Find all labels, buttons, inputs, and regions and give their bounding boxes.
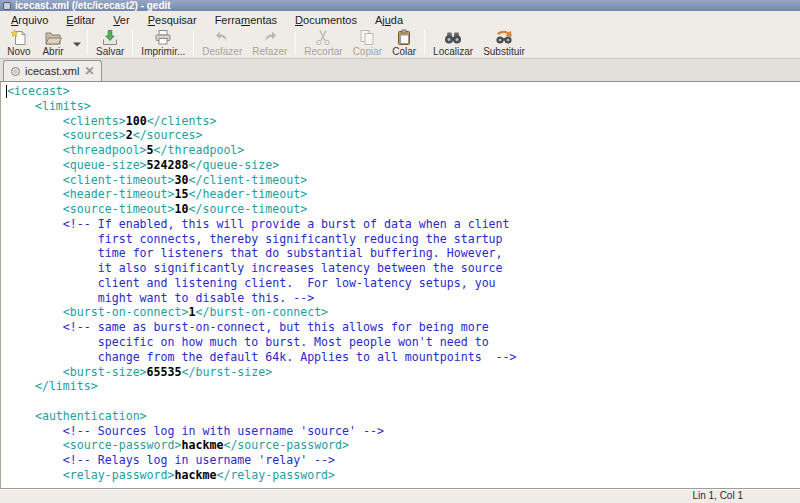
toolbar-separator xyxy=(87,30,88,55)
code-line: <sources>2</sources> xyxy=(7,128,800,143)
toolbar-separator xyxy=(132,30,133,55)
code-line xyxy=(7,394,800,409)
code-line: <source-timeout>10</source-timeout> xyxy=(7,202,800,217)
cut-button[interactable]: Recortar xyxy=(299,29,347,57)
window-title: icecast.xml (/etc/icecast2) - gedit xyxy=(15,1,171,11)
code-line: <relay-password>hackme</relay-password> xyxy=(7,468,800,483)
undo-button[interactable]: Desfazer xyxy=(197,29,247,57)
text-cursor xyxy=(6,85,7,98)
menu-ferramentas[interactable]: Ferramentas xyxy=(206,13,286,27)
open-button[interactable]: Abrir xyxy=(36,29,70,57)
new-label: Novo xyxy=(7,46,30,57)
redo-label: Refazer xyxy=(252,46,287,57)
undo-label: Desfazer xyxy=(202,46,242,57)
save-icon xyxy=(101,29,119,46)
replace-label: Substituir xyxy=(483,46,525,57)
replace-button[interactable]: Substituir xyxy=(478,29,530,57)
menubar: ArquivoEditarVerPesquisarFerramentasDocu… xyxy=(0,11,800,28)
code-line: <!-- If enabled, this will provide a bur… xyxy=(7,217,800,232)
code-line: client and listening client. For low-lat… xyxy=(7,276,800,291)
code-line: <icecast> xyxy=(7,84,800,99)
open-label: Abrir xyxy=(42,46,63,57)
code-line: </limits> xyxy=(7,379,800,394)
open-dropdown-button[interactable] xyxy=(70,29,84,55)
cut-label: Recortar xyxy=(304,46,342,57)
code-line: <burst-on-connect>1</burst-on-connect> xyxy=(7,305,800,320)
chevron-down-icon xyxy=(73,33,81,51)
toolbar-group-undo: Desfazer Refazer xyxy=(197,29,292,57)
menu-ajuda[interactable]: Ajuda xyxy=(366,13,412,27)
code-line: might want to disable this. --> xyxy=(7,291,800,306)
copy-icon xyxy=(358,29,376,46)
code-line: <burst-size>65535</burst-size> xyxy=(7,365,800,380)
toolbar-group-file: Novo Abrir xyxy=(2,29,84,57)
code-line: <threadpool>5</threadpool> xyxy=(7,143,800,158)
menu-editar[interactable]: Editar xyxy=(57,13,104,27)
gedit-window: icecast.xml (/etc/icecast2) - gedit Arqu… xyxy=(0,0,800,503)
statusbar: Lin 1, Col 1 xyxy=(0,488,800,503)
toolbar: Novo Abrir Salvar xyxy=(0,28,800,59)
copy-label: Copiar xyxy=(353,46,382,57)
new-button[interactable]: Novo xyxy=(2,29,36,57)
titlebar: icecast.xml (/etc/icecast2) - gedit xyxy=(0,0,800,11)
find-label: Localizar xyxy=(433,46,473,57)
code-line: change from the default 64k. Applies to … xyxy=(7,350,800,365)
cut-icon xyxy=(314,29,332,46)
paste-label: Colar xyxy=(392,46,416,57)
code-line: time for listeners that do substantial b… xyxy=(7,246,800,261)
code-line: <!-- same as burst-on-connect, but this … xyxy=(7,320,800,335)
code-line: <source-password>hackme</source-password… xyxy=(7,438,800,453)
code-line: <!-- Relays log in username 'relay' --> xyxy=(7,453,800,468)
close-icon[interactable]: ✕ xyxy=(84,66,94,76)
menu-pesquisar[interactable]: Pesquisar xyxy=(139,13,206,27)
paste-icon xyxy=(395,29,413,46)
code-line: <authentication> xyxy=(7,409,800,424)
undo-icon xyxy=(213,29,231,46)
replace-icon xyxy=(494,29,514,46)
toolbar-group-clipboard: Recortar Copiar Colar xyxy=(299,29,421,57)
cursor-position: Lin 1, Col 1 xyxy=(692,491,743,501)
tab-icecast-xml[interactable]: icecast.xml ✕ xyxy=(3,60,102,81)
toolbar-separator xyxy=(193,30,194,55)
code-line: <header-timeout>15</header-timeout> xyxy=(7,187,800,202)
save-label: Salvar xyxy=(96,46,124,57)
new-document-icon xyxy=(10,29,28,46)
code-line: <limits> xyxy=(7,99,800,114)
document-icon xyxy=(11,67,20,76)
save-button[interactable]: Salvar xyxy=(91,29,129,57)
code-line: <queue-size>524288</queue-size> xyxy=(7,158,800,173)
code-line: <clients>100</clients> xyxy=(7,114,800,129)
toolbar-group-search: Localizar Substituir xyxy=(428,29,530,57)
paste-button[interactable]: Colar xyxy=(387,29,421,57)
code-line: <!-- Sources log in with username 'sourc… xyxy=(7,424,800,439)
redo-button[interactable]: Refazer xyxy=(247,29,292,57)
find-button[interactable]: Localizar xyxy=(428,29,478,57)
menu-arquivo[interactable]: Arquivo xyxy=(2,13,57,27)
toolbar-separator xyxy=(424,30,425,55)
copy-button[interactable]: Copiar xyxy=(348,29,387,57)
print-button[interactable]: Imprimir... xyxy=(136,29,190,57)
print-label: Imprimir... xyxy=(141,46,185,57)
code-line: first connects, thereby significantly re… xyxy=(7,232,800,247)
toolbar-separator xyxy=(295,30,296,55)
open-folder-icon xyxy=(44,29,62,46)
gedit-icon xyxy=(3,2,11,10)
tab-label: icecast.xml xyxy=(25,65,79,77)
tab-bar: icecast.xml ✕ xyxy=(0,59,800,82)
menu-ver[interactable]: Ver xyxy=(104,13,139,27)
code-content: <icecast> <limits> <clients>100</clients… xyxy=(1,82,800,483)
code-line: specific on how much to burst. Most peop… xyxy=(7,335,800,350)
text-editor[interactable]: <icecast> <limits> <clients>100</clients… xyxy=(0,82,800,488)
menu-documentos[interactable]: Documentos xyxy=(286,13,366,27)
print-icon xyxy=(154,29,172,46)
find-icon xyxy=(443,29,463,46)
code-line: it also significantly increases latency … xyxy=(7,261,800,276)
redo-icon xyxy=(261,29,279,46)
code-line: <client-timeout>30</client-timeout> xyxy=(7,173,800,188)
